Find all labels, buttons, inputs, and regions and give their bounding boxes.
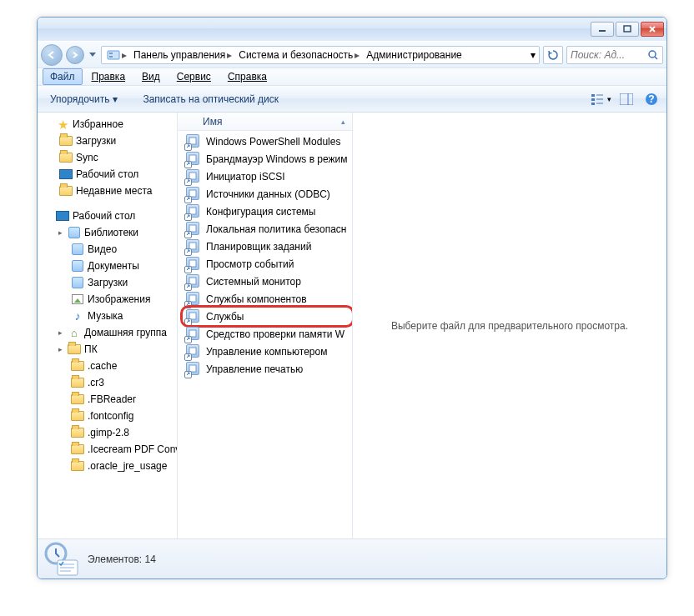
breadcrumb-label: Система и безопасность — [239, 49, 353, 61]
shortcut-icon — [186, 169, 201, 184]
tree-lib-item[interactable]: Документы — [39, 258, 177, 274]
preview-pane: Выберите файл для предварительного просм… — [353, 113, 666, 538]
shortcut-icon — [186, 344, 201, 359]
navigation-tree[interactable]: ★ИзбранноеЗагрузкиSyncРабочий столНедавн… — [38, 113, 178, 538]
forward-button[interactable] — [66, 46, 84, 64]
breadcrumb[interactable]: ▸ Панель управления▸ Система и безопасно… — [101, 46, 540, 64]
menu-справка[interactable]: Справка — [220, 68, 274, 85]
statusbar: Элементов: 14 — [38, 538, 666, 578]
refresh-button[interactable] — [543, 46, 563, 64]
help-icon: ? — [645, 93, 658, 106]
tree-lib-item[interactable]: Загрузки — [39, 274, 177, 291]
column-header-label: Имя — [203, 116, 222, 128]
file-name: Управление компьютером — [206, 346, 327, 358]
chevron-down-icon[interactable]: ▾ — [531, 49, 536, 61]
file-list-item[interactable]: Службы компонентов — [183, 290, 352, 308]
breadcrumb-seg-2[interactable]: Администрирование — [363, 47, 465, 63]
tree-fav-item[interactable]: Рабочий стол — [39, 166, 177, 183]
help-button[interactable]: ? — [641, 89, 661, 109]
content-area: ★ИзбранноеЗагрузкиSyncРабочий столНедавн… — [38, 113, 666, 538]
organize-button[interactable]: Упорядочить▾ — [43, 89, 125, 109]
breadcrumb-seg-1[interactable]: Система и безопасность▸ — [235, 47, 363, 63]
burn-button[interactable]: Записать на оптический диск — [135, 89, 286, 109]
file-list-item[interactable]: Локальная политика безопасн — [183, 220, 352, 238]
tree-pc-item[interactable]: .oracle_jre_usage — [39, 458, 177, 474]
file-list-item[interactable]: Средство проверки памяти W — [183, 325, 352, 343]
breadcrumb-seg-0[interactable]: Панель управления▸ — [130, 47, 235, 63]
column-header-name[interactable]: Имя ▴ — [178, 113, 352, 131]
tree-fav-item[interactable]: Недавние места — [39, 183, 177, 199]
tree-lib-item[interactable]: Изображения — [39, 291, 177, 308]
file-name: Брандмауэр Windows в режим — [206, 153, 348, 165]
svg-rect-10 — [591, 98, 595, 101]
shortcut-icon — [186, 327, 201, 342]
file-list-item[interactable]: Брандмауэр Windows в режим — [183, 150, 352, 168]
tree-pc-item[interactable]: .FBReader — [39, 391, 177, 408]
tree-fav-item[interactable]: Загрузки — [39, 133, 177, 149]
tree-homegroup[interactable]: ▸⌂Домашняя группа — [39, 324, 177, 341]
tree-pc-item[interactable]: .gimp-2.8 — [39, 424, 177, 441]
back-button[interactable] — [41, 44, 63, 66]
menu-вид[interactable]: Вид — [134, 68, 168, 85]
svg-text:?: ? — [648, 93, 654, 105]
chevron-right-icon: ▸ — [355, 49, 360, 61]
tree-lib-item[interactable]: ♪Музыка — [39, 308, 177, 324]
breadcrumb-label: Администрирование — [366, 49, 461, 61]
shortcut-icon — [186, 204, 201, 219]
explorer-window: ▸ Панель управления▸ Система и безопасно… — [37, 17, 667, 579]
nav-history-dropdown[interactable] — [88, 47, 98, 63]
file-name: Службы компонентов — [206, 293, 307, 305]
file-list-item[interactable]: Управление печатью — [183, 360, 352, 378]
file-name: Системный монитор — [206, 276, 301, 288]
maximize-button[interactable] — [616, 22, 639, 37]
menu-сервис[interactable]: Сервис — [169, 68, 219, 85]
file-list-body[interactable]: Windows PowerShell ModulesБрандмауэр Win… — [178, 131, 352, 538]
svg-point-7 — [649, 51, 656, 58]
tree-fav-item[interactable]: Sync — [39, 149, 177, 166]
view-options-button[interactable]: ▾ — [591, 89, 611, 109]
view-icon — [591, 93, 606, 105]
file-list-item[interactable]: Системный монитор — [183, 273, 352, 290]
sort-indicator-icon: ▴ — [341, 118, 345, 126]
svg-line-8 — [655, 57, 657, 59]
file-list-item[interactable]: Планировщик заданий — [183, 238, 352, 255]
file-list-item[interactable]: Управление компьютером — [183, 343, 352, 360]
file-name: Средство проверки памяти W — [206, 328, 344, 340]
tree-pc-item[interactable]: .fontconfig — [39, 408, 177, 424]
chevron-right-icon: ▸ — [227, 49, 232, 61]
file-list-item[interactable]: Windows PowerShell Modules — [183, 133, 352, 150]
tree-pc-item[interactable]: .Icecream PDF Conver — [39, 441, 177, 458]
menu-правка[interactable]: Правка — [84, 68, 133, 85]
search-input[interactable] — [571, 49, 647, 61]
file-name: Конфигурация системы — [206, 206, 315, 218]
search-box[interactable] — [566, 46, 663, 64]
svg-rect-15 — [620, 93, 633, 105]
preview-pane-button[interactable] — [616, 89, 636, 109]
minimize-button[interactable] — [591, 22, 614, 37]
menu-файл[interactable]: Файл — [43, 68, 83, 85]
tree-libraries[interactable]: ▸Библиотеки — [39, 224, 177, 241]
file-name: Источники данных (ODBC) — [206, 188, 330, 200]
preview-pane-icon — [620, 93, 633, 105]
refresh-icon — [547, 49, 559, 61]
file-list-pane: Имя ▴ Windows PowerShell ModulesБрандмау… — [178, 113, 353, 538]
tree-pc[interactable]: ▸ПК — [39, 341, 177, 358]
file-list-item[interactable]: Конфигурация системы — [183, 203, 352, 220]
tree-favorites[interactable]: ★Избранное — [39, 116, 177, 133]
shortcut-icon — [186, 362, 201, 377]
file-list-item[interactable]: Источники данных (ODBC) — [183, 185, 352, 203]
shortcut-icon — [186, 152, 201, 167]
tree-pc-item[interactable]: .cache — [39, 358, 177, 374]
file-list-item[interactable]: Просмотр событий — [183, 255, 352, 273]
tree-desktop[interactable]: Рабочий стол — [39, 208, 177, 224]
tree-lib-item[interactable]: Видео — [39, 241, 177, 258]
shortcut-icon — [186, 187, 201, 202]
tree-pc-item[interactable]: .cr3 — [39, 374, 177, 391]
close-button[interactable] — [641, 22, 664, 37]
file-list-item[interactable]: Инициатор iSCSI — [183, 168, 352, 185]
breadcrumb-root-icon[interactable]: ▸ — [103, 47, 130, 63]
file-list-item[interactable]: Службы — [183, 308, 352, 325]
shortcut-icon — [186, 222, 201, 237]
titlebar — [38, 18, 666, 41]
shortcut-icon — [186, 309, 201, 324]
